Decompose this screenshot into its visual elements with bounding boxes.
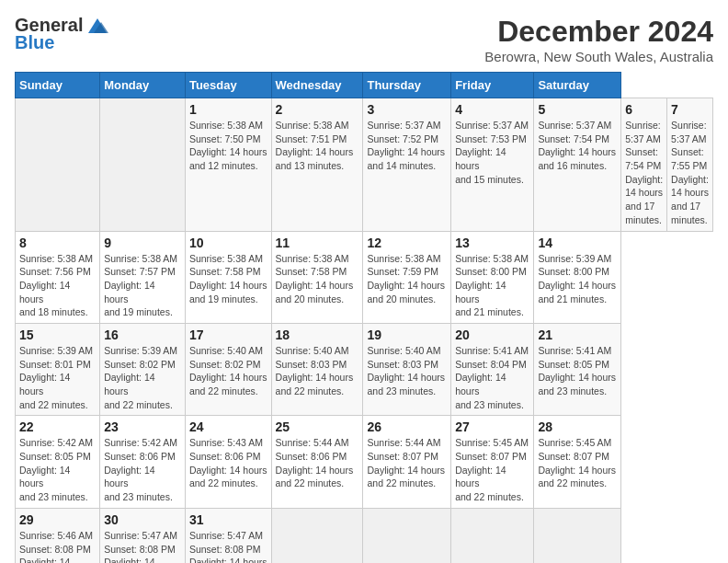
- day-number: 11: [276, 236, 359, 250]
- calendar-cell: 2 Sunrise: 5:38 AMSunset: 7:51 PMDayligh…: [271, 98, 363, 232]
- day-number: 30: [104, 512, 181, 527]
- calendar-cell: 25 Sunrise: 5:44 AMSunset: 8:06 PMDaylig…: [271, 416, 363, 508]
- day-info: Sunrise: 5:44 AMSunset: 8:07 PMDaylight:…: [367, 436, 447, 490]
- day-info: Sunrise: 5:39 AMSunset: 8:02 PMDaylight:…: [104, 344, 181, 411]
- day-info: Sunrise: 5:38 AMSunset: 7:58 PMDaylight:…: [276, 252, 359, 306]
- calendar-cell: 15 Sunrise: 5:39 AMSunset: 8:01 PMDaylig…: [16, 323, 100, 415]
- day-info: Sunrise: 5:38 AMSunset: 7:58 PMDaylight:…: [189, 252, 267, 306]
- calendar-cell: 18 Sunrise: 5:40 AMSunset: 8:03 PMDaylig…: [271, 323, 363, 415]
- day-info: Sunrise: 5:39 AMSunset: 8:01 PMDaylight:…: [19, 344, 96, 411]
- week-row-4: 22 Sunrise: 5:42 AMSunset: 8:05 PMDaylig…: [16, 416, 713, 508]
- calendar-cell: 28 Sunrise: 5:45 AMSunset: 8:07 PMDaylig…: [534, 416, 621, 508]
- calendar-cell: 30 Sunrise: 5:47 AMSunset: 8:08 PMDaylig…: [100, 508, 186, 563]
- calendar-cell: 13 Sunrise: 5:38 AMSunset: 8:00 PMDaylig…: [451, 231, 534, 323]
- calendar-cell: 11 Sunrise: 5:38 AMSunset: 7:58 PMDaylig…: [271, 231, 363, 323]
- calendar-cell: 7 Sunrise: 5:37 AMSunset: 7:55 PMDayligh…: [667, 98, 713, 232]
- day-number: 9: [104, 236, 181, 250]
- week-row-3: 15 Sunrise: 5:39 AMSunset: 8:01 PMDaylig…: [16, 323, 713, 415]
- day-info: Sunrise: 5:47 AMSunset: 8:08 PMDaylight:…: [104, 529, 181, 563]
- day-number: 3: [367, 102, 447, 117]
- header-row: SundayMondayTuesdayWednesdayThursdayFrid…: [16, 73, 713, 98]
- calendar-cell: 19 Sunrise: 5:40 AMSunset: 8:03 PMDaylig…: [363, 323, 451, 415]
- day-info: Sunrise: 5:46 AMSunset: 8:08 PMDaylight:…: [19, 529, 96, 563]
- calendar-cell: 26 Sunrise: 5:44 AMSunset: 8:07 PMDaylig…: [363, 416, 451, 508]
- calendar-cell: 24 Sunrise: 5:43 AMSunset: 8:06 PMDaylig…: [185, 416, 271, 508]
- day-number: 17: [189, 327, 267, 342]
- day-info: Sunrise: 5:43 AMSunset: 8:06 PMDaylight:…: [189, 436, 267, 490]
- header-cell-monday: Monday: [100, 73, 186, 98]
- day-info: Sunrise: 5:38 AMSunset: 7:57 PMDaylight:…: [104, 252, 181, 319]
- calendar-cell: 27 Sunrise: 5:45 AMSunset: 8:07 PMDaylig…: [451, 416, 534, 508]
- day-info: Sunrise: 5:45 AMSunset: 8:07 PMDaylight:…: [538, 436, 617, 490]
- calendar-cell: [271, 508, 363, 563]
- day-number: 22: [19, 419, 96, 434]
- day-info: Sunrise: 5:40 AMSunset: 8:02 PMDaylight:…: [189, 344, 267, 398]
- day-number: 31: [189, 512, 267, 527]
- calendar-cell: 20 Sunrise: 5:41 AMSunset: 8:04 PMDaylig…: [451, 323, 534, 415]
- calendar-cell: 6 Sunrise: 5:37 AMSunset: 7:54 PMDayligh…: [621, 98, 667, 232]
- day-info: Sunrise: 5:38 AMSunset: 7:56 PMDaylight:…: [19, 252, 96, 319]
- day-info: Sunrise: 5:45 AMSunset: 8:07 PMDaylight:…: [455, 436, 529, 503]
- day-number: 28: [538, 419, 617, 434]
- logo-blue: Blue: [15, 32, 54, 53]
- day-info: Sunrise: 5:38 AMSunset: 7:50 PMDaylight:…: [189, 119, 267, 173]
- day-info: Sunrise: 5:38 AMSunset: 7:51 PMDaylight:…: [276, 119, 359, 173]
- calendar-cell: [534, 508, 621, 563]
- day-number: 23: [104, 419, 181, 434]
- header-cell-sunday: Sunday: [16, 73, 100, 98]
- week-row-1: 1 Sunrise: 5:38 AMSunset: 7:50 PMDayligh…: [16, 98, 713, 232]
- calendar-cell: 22 Sunrise: 5:42 AMSunset: 8:05 PMDaylig…: [16, 416, 100, 508]
- day-number: 19: [367, 327, 447, 342]
- day-number: 15: [19, 327, 96, 342]
- calendar-cell: [451, 508, 534, 563]
- day-info: Sunrise: 5:37 AMSunset: 7:53 PMDaylight:…: [455, 119, 529, 186]
- day-number: 21: [538, 327, 617, 342]
- day-info: Sunrise: 5:41 AMSunset: 8:05 PMDaylight:…: [538, 344, 617, 398]
- day-number: 25: [276, 419, 359, 434]
- day-info: Sunrise: 5:37 AMSunset: 7:54 PMDaylight:…: [538, 119, 617, 173]
- calendar-cell: 17 Sunrise: 5:40 AMSunset: 8:02 PMDaylig…: [185, 323, 271, 415]
- day-info: Sunrise: 5:38 AMSunset: 7:59 PMDaylight:…: [367, 252, 447, 306]
- calendar-cell: 10 Sunrise: 5:38 AMSunset: 7:58 PMDaylig…: [185, 231, 271, 323]
- day-number: 13: [455, 236, 529, 250]
- logo: General Blue: [15, 15, 110, 53]
- calendar-cell: 31 Sunrise: 5:47 AMSunset: 8:08 PMDaylig…: [185, 508, 271, 563]
- calendar-table: SundayMondayTuesdayWednesdayThursdayFrid…: [15, 72, 713, 563]
- calendar-cell: 23 Sunrise: 5:42 AMSunset: 8:06 PMDaylig…: [100, 416, 186, 508]
- week-row-2: 8 Sunrise: 5:38 AMSunset: 7:56 PMDayligh…: [16, 231, 713, 323]
- empty-cell: [100, 98, 186, 232]
- day-info: Sunrise: 5:40 AMSunset: 8:03 PMDaylight:…: [276, 344, 359, 398]
- day-number: 18: [276, 327, 359, 342]
- title-area: December 2024 Berowra, New South Wales, …: [484, 15, 713, 64]
- day-info: Sunrise: 5:42 AMSunset: 8:05 PMDaylight:…: [19, 436, 96, 503]
- calendar-cell: 12 Sunrise: 5:38 AMSunset: 7:59 PMDaylig…: [363, 231, 451, 323]
- day-info: Sunrise: 5:39 AMSunset: 8:00 PMDaylight:…: [538, 252, 617, 306]
- day-number: 2: [276, 102, 359, 117]
- day-number: 26: [367, 419, 447, 434]
- day-info: Sunrise: 5:47 AMSunset: 8:08 PMDaylight:…: [189, 529, 267, 563]
- calendar-header: SundayMondayTuesdayWednesdayThursdayFrid…: [16, 73, 713, 98]
- calendar-cell: 8 Sunrise: 5:38 AMSunset: 7:56 PMDayligh…: [16, 231, 100, 323]
- day-number: 27: [455, 419, 529, 434]
- calendar-cell: 3 Sunrise: 5:37 AMSunset: 7:52 PMDayligh…: [363, 98, 451, 232]
- day-number: 10: [189, 236, 267, 250]
- day-number: 16: [104, 327, 181, 342]
- day-info: Sunrise: 5:37 AMSunset: 7:55 PMDaylight:…: [671, 119, 709, 227]
- day-info: Sunrise: 5:44 AMSunset: 8:06 PMDaylight:…: [276, 436, 359, 490]
- header-cell-thursday: Thursday: [363, 73, 451, 98]
- location-title: Berowra, New South Wales, Australia: [484, 49, 713, 64]
- week-row-5: 29 Sunrise: 5:46 AMSunset: 8:08 PMDaylig…: [16, 508, 713, 563]
- calendar-cell: 16 Sunrise: 5:39 AMSunset: 8:02 PMDaylig…: [100, 323, 186, 415]
- day-number: 20: [455, 327, 529, 342]
- empty-cell: [16, 98, 100, 232]
- calendar-cell: 4 Sunrise: 5:37 AMSunset: 7:53 PMDayligh…: [451, 98, 534, 232]
- month-title: December 2024: [484, 15, 713, 49]
- day-number: 1: [189, 102, 267, 117]
- day-info: Sunrise: 5:37 AMSunset: 7:52 PMDaylight:…: [367, 119, 447, 173]
- calendar-cell: 1 Sunrise: 5:38 AMSunset: 7:50 PMDayligh…: [185, 98, 271, 232]
- header-cell-saturday: Saturday: [534, 73, 621, 98]
- day-number: 29: [19, 512, 96, 527]
- header-cell-tuesday: Tuesday: [185, 73, 271, 98]
- day-number: 8: [19, 236, 96, 250]
- calendar-cell: 29 Sunrise: 5:46 AMSunset: 8:08 PMDaylig…: [16, 508, 100, 563]
